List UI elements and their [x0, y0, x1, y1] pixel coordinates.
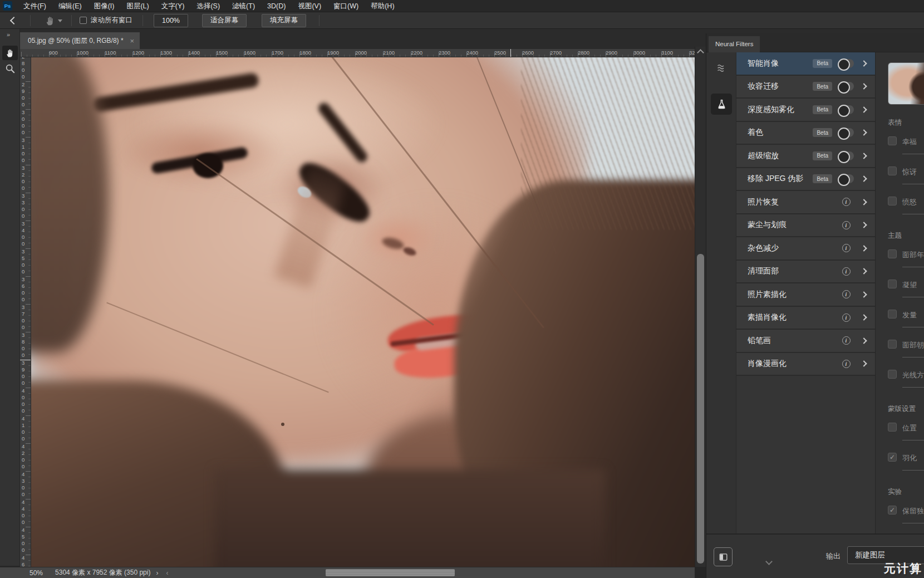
filter-enable-toggle[interactable] [838, 128, 854, 137]
canvas-photo[interactable] [31, 57, 695, 567]
close-icon[interactable]: × [130, 37, 135, 45]
property-slider[interactable] [902, 327, 924, 327]
menu-item-7[interactable]: 3D(D) [261, 0, 292, 12]
featured-filters-button[interactable] [711, 57, 732, 78]
info-icon[interactable]: i [842, 336, 851, 345]
property-checkbox[interactable] [888, 197, 897, 205]
filter-row-0[interactable]: 智能肖像Beta [736, 52, 875, 76]
chevron-right-icon[interactable] [861, 337, 867, 344]
property-checkbox[interactable] [888, 340, 897, 349]
zoom-100-button[interactable]: 100% [154, 14, 188, 27]
property-slider[interactable] [902, 357, 924, 357]
info-icon[interactable]: i [842, 221, 851, 229]
hand-tool-button[interactable] [2, 46, 18, 60]
filter-row-7[interactable]: 蒙尘与划痕i [736, 214, 875, 238]
chevron-right-icon[interactable] [861, 222, 867, 228]
property-checkbox[interactable] [888, 310, 897, 319]
filter-row-2[interactable]: 深度感知雾化Beta [736, 99, 875, 122]
zoom-level-field[interactable]: 50% [30, 569, 43, 577]
chevron-right-icon[interactable] [861, 84, 867, 90]
chevron-right-icon[interactable] [861, 199, 867, 205]
menu-item-8[interactable]: 视图(V) [292, 0, 327, 12]
filter-enable-toggle[interactable] [838, 105, 854, 114]
menu-item-2[interactable]: 图像(I) [88, 0, 121, 12]
filter-row-9[interactable]: 清理面部i [736, 261, 875, 284]
beta-filters-button[interactable] [711, 94, 732, 115]
menu-item-5[interactable]: 选择(S) [190, 0, 226, 12]
property-slider[interactable] [902, 470, 924, 471]
filter-row-5[interactable]: 移除 JPEG 伪影Beta [736, 168, 875, 192]
scroll-up-icon[interactable] [697, 49, 704, 56]
menu-item-10[interactable]: 帮助(H) [365, 0, 400, 12]
filter-row-6[interactable]: 照片恢复i [736, 191, 875, 214]
info-icon[interactable]: i [842, 360, 851, 368]
property-checkbox[interactable] [888, 506, 897, 515]
property-slider[interactable] [902, 214, 924, 214]
chevron-right-icon[interactable] [861, 60, 867, 66]
chevron-right-icon[interactable] [861, 361, 867, 367]
chevron-down-icon[interactable] [58, 19, 62, 22]
menu-item-4[interactable]: 文字(Y) [155, 0, 191, 12]
fill-screen-button[interactable]: 填充屏幕 [262, 14, 306, 27]
chevron-right-icon[interactable] [861, 106, 867, 112]
vertical-scrollbar[interactable] [695, 47, 706, 567]
filter-enable-toggle[interactable] [838, 174, 854, 183]
info-icon[interactable]: i [842, 290, 851, 298]
property-checkbox[interactable] [888, 370, 897, 379]
vertical-scrollbar-thumb[interactable] [697, 254, 704, 564]
hand-tool-icon[interactable] [44, 14, 56, 27]
menu-item-0[interactable]: 文件(F) [17, 0, 52, 12]
property-slider[interactable] [902, 184, 924, 184]
chevron-right-icon[interactable] [861, 245, 867, 251]
chevron-down-icon[interactable] [765, 558, 773, 565]
zoom-tool-button[interactable] [2, 61, 18, 76]
filter-row-3[interactable]: 着色Beta [736, 122, 875, 145]
neural-filters-tab[interactable]: Neural Filters [709, 36, 760, 52]
property-slider[interactable] [902, 387, 924, 388]
filter-row-4[interactable]: 超级缩放Beta [736, 145, 875, 168]
horizontal-scrollbar-thumb[interactable] [326, 569, 455, 576]
filter-row-12[interactable]: 铅笔画i [736, 330, 875, 353]
info-icon[interactable]: i [842, 244, 851, 252]
filter-row-11[interactable]: 素描肖像化i [736, 307, 875, 330]
chevron-right-icon[interactable] [861, 315, 867, 321]
chevron-right-icon[interactable] [861, 268, 867, 275]
status-collapse-icon[interactable]: ‹ [166, 569, 168, 577]
filter-enable-toggle[interactable] [838, 82, 854, 91]
property-checkbox[interactable] [888, 249, 897, 258]
filter-row-1[interactable]: 妆容迁移Beta [736, 76, 875, 99]
fit-screen-button[interactable]: 适合屏幕 [202, 14, 247, 27]
chevron-right-icon[interactable] [861, 176, 867, 182]
info-icon[interactable]: i [842, 267, 851, 276]
property-slider[interactable] [902, 440, 924, 440]
chevron-right-icon[interactable] [861, 153, 867, 159]
panel-overflow-icon[interactable]: » [7, 31, 11, 38]
filter-row-10[interactable]: 照片素描化i [736, 283, 875, 307]
menu-item-6[interactable]: 滤镜(T) [226, 0, 261, 12]
property-checkbox[interactable] [888, 453, 897, 462]
filter-enable-toggle[interactable] [838, 151, 854, 160]
info-icon[interactable]: i [842, 314, 851, 322]
info-icon[interactable]: i [842, 198, 851, 206]
preview-toggle-button[interactable] [714, 547, 733, 566]
filter-row-13[interactable]: 肖像漫画化i [736, 353, 875, 376]
property-checkbox[interactable] [888, 423, 897, 432]
property-checkbox[interactable] [888, 136, 897, 145]
property-slider[interactable] [902, 154, 924, 154]
property-slider[interactable] [902, 523, 924, 523]
back-arrow-icon[interactable] [10, 16, 18, 24]
menu-item-3[interactable]: 图层(L) [120, 0, 155, 12]
scroll-all-windows-checkbox[interactable] [80, 17, 87, 24]
menu-item-9[interactable]: 窗口(W) [327, 0, 365, 12]
property-checkbox[interactable] [888, 166, 897, 175]
chevron-right-icon[interactable] [861, 130, 867, 136]
chevron-right-icon[interactable] [861, 291, 867, 297]
property-slider[interactable] [902, 267, 924, 267]
property-slider[interactable] [902, 297, 924, 297]
status-menu-arrow-icon[interactable]: › [156, 569, 158, 577]
filter-enable-toggle[interactable] [838, 59, 854, 68]
filter-row-8[interactable]: 杂色减少i [736, 237, 875, 261]
property-checkbox[interactable] [888, 280, 897, 288]
document-tab[interactable]: 05.jpg @ 50% (图层 0, RGB/8) * × [20, 32, 140, 49]
menu-item-1[interactable]: 编辑(E) [52, 0, 88, 12]
